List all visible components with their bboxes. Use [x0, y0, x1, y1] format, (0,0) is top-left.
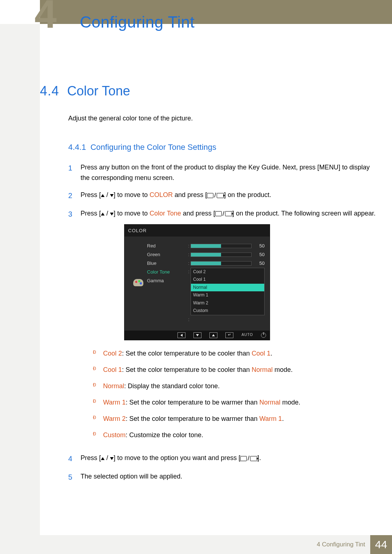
bullet-normal: ÐNormal: Display the standard color tone…: [93, 381, 377, 391]
step-number: 5: [68, 471, 81, 483]
down-triangle-icon: [110, 194, 114, 197]
osd-panel: COLOR Red Green Blue Color Tone: [124, 224, 270, 340]
text: Press any button on the front of the pro…: [81, 164, 319, 171]
osd-body: Red Green Blue Color Tone Gamma :50 :50: [124, 237, 270, 331]
bullet-icon: Ð: [93, 397, 103, 408]
palette-icon: [133, 279, 143, 286]
osd-title: COLOR: [124, 225, 270, 237]
kw2: Normal: [260, 399, 281, 406]
up-triangle-icon: [101, 194, 105, 197]
text: .: [282, 415, 284, 422]
slider-bar: [191, 244, 252, 248]
text: : Set the color temperature to be cooler…: [122, 350, 252, 357]
kw: Custom: [103, 431, 126, 439]
content: 4.4 Color Tone Adjust the general color …: [40, 83, 377, 489]
osd-category-icon-col: [130, 242, 147, 324]
kw: Cool 2: [103, 350, 122, 357]
step-number: 3: [68, 208, 81, 447]
value: 50: [254, 259, 265, 267]
bullet-icon: Ð: [93, 348, 103, 359]
bullet-icon: Ð: [93, 414, 103, 424]
osd-row-red: :50: [187, 242, 265, 250]
subsection-number: 4.4.1: [68, 143, 86, 152]
step-5: 5 The selected option will be applied.: [68, 471, 377, 483]
text: : Set the color temperature to be cooler…: [122, 366, 252, 373]
kw: Warm 1: [103, 399, 126, 406]
text: Press [: [81, 454, 101, 461]
step-text: Press any button on the front of the pro…: [81, 162, 377, 183]
osd-label-green: Green: [147, 250, 187, 259]
steps: 1 Press any button on the front of the p…: [68, 162, 377, 483]
osd-btn-up: [209, 332, 217, 338]
osd-btn-enter: ↵: [225, 332, 233, 338]
text: .: [270, 350, 272, 357]
footer-chapter-ref: 4 Configuring Tint: [317, 541, 365, 548]
text: mode.: [273, 366, 293, 373]
bullet-warm2: ÐWarm 2: Set the color temperature to be…: [93, 414, 377, 424]
step-number: 1: [68, 162, 81, 183]
step-number: 2: [68, 190, 81, 201]
down-triangle-icon: [110, 213, 114, 216]
osd-label-colortone: Color Tone: [147, 268, 187, 276]
osd-row-colortone: : Cool 2 Cool 1 Normal Warm 1 Warm 2 Cus…: [187, 268, 265, 315]
text: and press [: [181, 210, 215, 217]
kw2: Cool 1: [252, 350, 270, 357]
kw2: Warm 1: [260, 415, 282, 422]
step-text: Press [ / ] to move to COLOR and press […: [81, 190, 377, 201]
osd-label-blue: Blue: [147, 259, 187, 268]
text: Press [: [81, 210, 101, 217]
bullet-cool1: ÐCool 1: Set the color temperature to be…: [93, 365, 377, 375]
bullet-warm1: ÐWarm 1: Set the color temperature to be…: [93, 397, 377, 408]
osd-row-green: :50: [187, 250, 265, 259]
text: ] to move to: [114, 191, 150, 198]
value: 50: [254, 242, 265, 250]
option-normal-selected: Normal: [191, 284, 264, 291]
power-icon: [261, 333, 266, 338]
text: : Customize the color tone.: [126, 431, 203, 439]
section-intro: Adjust the general color tone of the pic…: [68, 115, 377, 122]
section-number: 4.4: [40, 83, 67, 99]
text: : Set the color temperature to be warmer…: [126, 399, 259, 406]
kw2: Normal: [252, 366, 273, 373]
option-cool2: Cool 2: [191, 268, 264, 276]
step-4: 4 Press [ / ] to move to the option you …: [68, 453, 377, 464]
text: Press [: [81, 191, 101, 198]
source-enter-icon: /: [240, 453, 257, 464]
down-triangle-icon: [110, 457, 114, 460]
source-enter-icon: /: [215, 208, 232, 219]
keyword-color: COLOR: [150, 191, 173, 198]
source-enter-icon: /: [207, 190, 224, 201]
option-cool1: Cool 1: [191, 276, 264, 283]
osd-btn-back: [177, 332, 185, 338]
left-gutter: [0, 24, 40, 535]
osd-btn-down: [193, 332, 201, 338]
page: 4 Configuring Tint 4.4 Color Tone Adjust…: [0, 0, 392, 554]
step-text: Press [ / ] to move to Color Tone and pr…: [81, 208, 377, 447]
text: : Set the color temperature to be warmer…: [126, 415, 259, 422]
page-title: Configuring Tint: [80, 13, 195, 31]
osd-colortone-options: Cool 2 Cool 1 Normal Warm 1 Warm 2 Custo…: [191, 268, 265, 315]
text: ] on the product.: [224, 191, 271, 198]
kw: Cool 1: [103, 366, 122, 373]
subsection-title: 4.4.1 Configuring the Color Tone Setting…: [68, 143, 377, 152]
text: mode.: [281, 399, 301, 406]
bullet-icon: Ð: [93, 381, 103, 391]
bullet-cool2: ÐCool 2: Set the color temperature to be…: [93, 348, 377, 359]
subsection-name: Configuring the Color Tone Settings: [90, 143, 216, 152]
kw: Warm 2: [103, 415, 126, 422]
text: ] to move to: [114, 210, 150, 217]
osd-row-blue: :50: [187, 259, 265, 268]
osd-label-red: Red: [147, 242, 187, 250]
up-triangle-icon: [101, 457, 105, 460]
step-1: 1 Press any button on the front of the p…: [68, 162, 377, 183]
text: ] to move to the option you want and pre…: [114, 454, 240, 461]
value: 50: [254, 251, 265, 258]
bullet-icon: Ð: [93, 365, 103, 375]
kw: Normal: [103, 382, 124, 390]
section-row: 4.4 Color Tone: [40, 83, 377, 99]
bullet-custom: ÐCustom: Customize the color tone.: [93, 430, 377, 440]
step-number: 4: [68, 453, 81, 464]
step-2: 2 Press [ / ] to move to COLOR and press…: [68, 190, 377, 201]
bullet-icon: Ð: [93, 430, 103, 440]
slider-bar: [191, 261, 252, 266]
